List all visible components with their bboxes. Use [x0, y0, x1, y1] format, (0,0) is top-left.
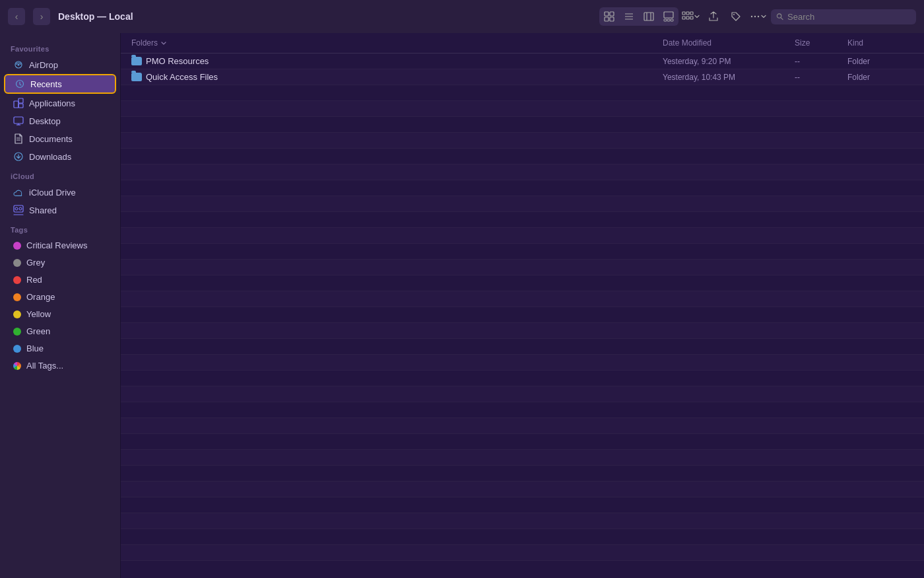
empty-row [121, 386, 924, 402]
sidebar-item-orange[interactable]: Orange [4, 289, 116, 305]
sidebar-item-desktop[interactable]: Desktop [4, 112, 116, 129]
sidebar-item-grey[interactable]: Grey [4, 254, 116, 271]
empty-row [121, 275, 924, 291]
recents-icon [15, 79, 25, 89]
list-view-button[interactable] [619, 7, 639, 26]
sidebar-item-documents[interactable]: Documents [4, 130, 116, 147]
svg-point-24 [777, 14, 781, 18]
empty-row [121, 339, 924, 355]
file-date: Yesterday, 10:43 PM [663, 73, 795, 82]
sidebar-item-icloud-drive[interactable]: iCloud Drive [4, 184, 116, 201]
icon-view-button[interactable] [599, 7, 619, 26]
svg-rect-0 [605, 12, 609, 16]
empty-row [121, 418, 924, 434]
sidebar-item-green[interactable]: Green [4, 323, 116, 340]
svg-rect-17 [682, 17, 685, 19]
content-area: Folders Date Modified Size Kind PMO Reso… [121, 33, 924, 578]
sidebar-item-downloads[interactable]: Downloads [4, 148, 116, 165]
documents-icon [13, 133, 24, 144]
sidebar-item-applications[interactable]: Applications [4, 94, 116, 112]
svg-rect-16 [690, 12, 693, 15]
svg-rect-13 [671, 19, 673, 21]
window-title: Desktop — Local [58, 11, 133, 22]
svg-rect-15 [686, 12, 689, 15]
empty-row [121, 260, 924, 275]
sidebar: Favourites AirDrop Recents [0, 33, 121, 578]
svg-point-22 [754, 16, 756, 17]
file-name-label: Quick Access Files [146, 72, 218, 82]
all-tags-dot [13, 362, 21, 370]
svg-point-39 [15, 207, 18, 210]
empty-row [121, 402, 924, 418]
empty-row [121, 434, 924, 450]
size-column-label: Size [795, 38, 810, 48]
documents-label: Documents [29, 134, 73, 144]
yellow-dot [13, 310, 21, 318]
kind-column-label: Kind [847, 38, 863, 48]
recents-label: Recents [30, 79, 62, 89]
search-input[interactable] [787, 12, 911, 22]
empty-row [121, 307, 924, 323]
sort-icon [160, 40, 167, 46]
empty-row [121, 355, 924, 371]
column-headers: Folders Date Modified Size Kind [121, 33, 924, 54]
svg-point-21 [751, 16, 752, 17]
empty-row [121, 323, 924, 339]
red-label: Red [26, 275, 42, 285]
file-name-label: PMO Resources [146, 56, 209, 66]
sidebar-item-blue[interactable]: Blue [4, 340, 116, 357]
sidebar-item-red[interactable]: Red [4, 271, 116, 288]
svg-line-25 [781, 18, 783, 20]
empty-row [121, 133, 924, 149]
gallery-view-button[interactable] [659, 7, 678, 26]
sidebar-item-all-tags[interactable]: All Tags... [4, 357, 116, 374]
sidebar-item-shared[interactable]: Shared [4, 201, 116, 219]
sidebar-item-airdrop[interactable]: AirDrop [4, 56, 116, 73]
orange-label: Orange [26, 292, 55, 302]
sidebar-item-yellow[interactable]: Yellow [4, 306, 116, 322]
airdrop-icon [13, 59, 24, 70]
empty-row [121, 117, 924, 133]
svg-point-27 [18, 64, 20, 66]
forward-button[interactable]: › [33, 8, 50, 25]
file-size: -- [795, 57, 847, 66]
empty-row [121, 196, 924, 212]
size-column-header[interactable]: Size [795, 38, 847, 48]
folders-column-label: Folders [131, 38, 158, 48]
empty-row [121, 180, 924, 196]
date-column-header[interactable]: Date Modified [663, 38, 795, 48]
file-name: Quick Access Files [131, 72, 663, 82]
more-button[interactable] [748, 7, 768, 26]
column-view-button[interactable] [639, 7, 659, 26]
grey-dot [13, 259, 21, 267]
share-button[interactable] [704, 7, 723, 26]
table-row[interactable]: Quick Access Files Yesterday, 10:43 PM -… [121, 69, 924, 85]
sidebar-item-recents[interactable]: Recents [4, 74, 116, 94]
table-row[interactable]: PMO Resources Yesterday, 9:20 PM -- Fold… [121, 54, 924, 69]
file-name: PMO Resources [131, 56, 663, 66]
kind-column-header[interactable]: Kind [847, 38, 913, 48]
file-kind: Folder [847, 57, 913, 66]
file-list: PMO Resources Yesterday, 9:20 PM -- Fold… [121, 54, 924, 578]
empty-row [121, 164, 924, 180]
svg-rect-18 [686, 17, 689, 19]
sidebar-item-critical-reviews[interactable]: Critical Reviews [4, 237, 116, 254]
svg-rect-9 [644, 13, 653, 20]
critical-reviews-label: Critical Reviews [26, 240, 87, 250]
forward-icon: › [40, 11, 44, 22]
folder-icon [131, 73, 142, 81]
empty-row [121, 228, 924, 244]
empty-row [121, 149, 924, 164]
search-bar[interactable] [771, 9, 916, 24]
applications-icon [13, 98, 24, 108]
group-by-button[interactable] [681, 7, 701, 26]
back-button[interactable]: ‹ [8, 8, 25, 25]
svg-rect-30 [18, 98, 23, 103]
svg-rect-11 [664, 19, 667, 21]
svg-rect-29 [14, 101, 18, 108]
downloads-label: Downloads [29, 152, 71, 162]
folders-column-header[interactable]: Folders [131, 38, 663, 48]
main-container: Favourites AirDrop Recents [0, 33, 924, 578]
tag-button[interactable] [726, 7, 746, 26]
blue-dot [13, 345, 21, 353]
